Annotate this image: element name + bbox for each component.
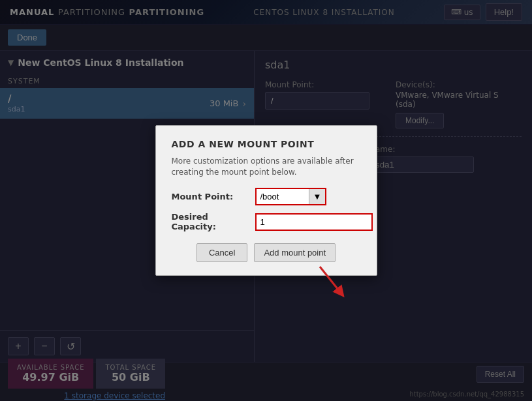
modal-description: More customization options are available… — [172, 156, 361, 178]
modal-mount-dropdown-button[interactable]: ▼ — [309, 189, 326, 204]
modal-overlay: ADD A NEW MOUNT POINT More customization… — [0, 0, 532, 401]
modal-capacity-input[interactable] — [255, 213, 373, 231]
modal-capacity-row: Desired Capacity: — [172, 212, 361, 231]
modal-mount-point-input[interactable] — [257, 189, 309, 204]
add-mount-point-modal: ADD A NEW MOUNT POINT More customization… — [155, 125, 377, 276]
modal-mount-point-row: Mount Point: ▼ — [172, 188, 361, 205]
modal-capacity-label: Desired Capacity: — [172, 212, 250, 231]
modal-title: ADD A NEW MOUNT POINT — [172, 139, 361, 149]
add-mount-point-button[interactable]: Add mount point — [254, 243, 336, 262]
modal-mount-wrapper: ▼ — [255, 188, 327, 205]
modal-buttons: Cancel Add mount point — [172, 243, 361, 262]
cancel-button[interactable]: Cancel — [196, 243, 247, 262]
modal-mount-point-label: Mount Point: — [172, 192, 250, 201]
